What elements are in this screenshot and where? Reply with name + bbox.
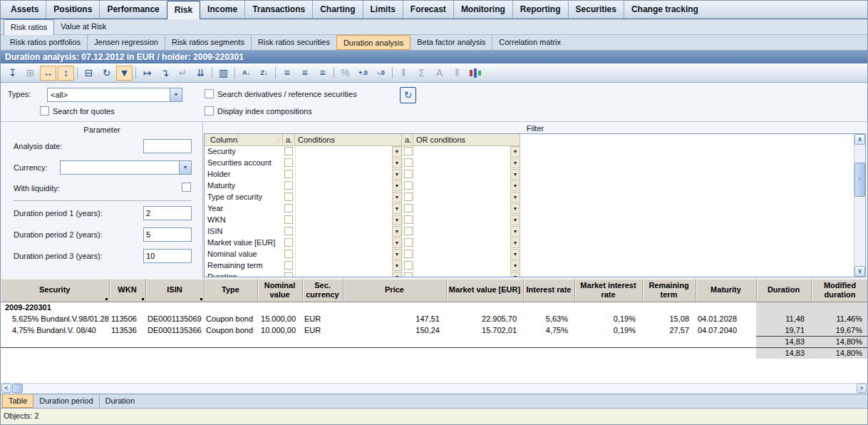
tab-change-tracking[interactable]: Change tracking [624,1,706,19]
analysis-date-input[interactable] [143,139,192,153]
and-checkbox[interactable] [284,215,293,224]
chevron-down-icon[interactable]: ▼ [510,260,520,271]
col-header-maturity[interactable]: Maturity [696,279,756,302]
tab-risk-ratios[interactable]: Risk ratios [4,19,54,35]
or-checkbox[interactable] [404,170,413,178]
col-header-duration[interactable]: Duration [756,279,811,302]
chevron-down-icon[interactable]: ▼ [510,169,520,180]
or-condition-cell[interactable]: ▼ [413,192,520,203]
condition-cell[interactable]: ▼ [295,272,402,277]
tab-monitoring[interactable]: Monitoring [453,1,512,19]
or-condition-cell[interactable]: ▼ [413,237,520,248]
chevron-down-icon[interactable]: ▼ [392,226,402,237]
drill-chart-icon[interactable]: ⇊ [192,66,209,81]
table-row[interactable]: 4,75% Bundanl.V. 08/40 113536 DE00011353… [1,324,867,336]
or-checkbox[interactable] [404,261,413,270]
and-checkbox[interactable] [284,227,293,235]
condition-cell[interactable]: ▼ [295,158,402,168]
chevron-down-icon[interactable]: ▼ [510,237,520,248]
condition-cell[interactable]: ▼ [295,169,402,180]
tab-risk-ratios-portfolios[interactable]: Risk ratios portfolios [4,35,87,50]
tab-duration-analysis[interactable]: Duration analysis [336,35,410,50]
chevron-down-icon[interactable]: ▼ [170,88,182,101]
or-condition-cell[interactable]: ▼ [413,226,520,237]
chevron-down-icon[interactable]: ▼ [510,203,520,214]
filter-header-column[interactable]: Column△ [205,134,283,145]
align-right-icon[interactable]: ≡ [314,66,331,81]
and-checkbox[interactable] [284,238,293,247]
chevron-down-icon[interactable]: ▼ [392,192,402,203]
duration-period3-input[interactable] [143,249,192,263]
align-left-icon[interactable]: ≡ [279,66,295,81]
currency-select[interactable]: ▼ [60,160,192,175]
or-condition-cell[interactable]: ▼ [413,215,520,225]
and-checkbox[interactable] [284,204,293,212]
column-mark-icon[interactable]: ▥ [215,66,232,81]
chevron-down-icon[interactable]: ▼ [510,158,520,168]
tab-income[interactable]: Income [200,1,244,19]
search-derivatives-checkbox[interactable] [205,89,214,98]
or-checkbox[interactable] [404,158,413,167]
scroll-up-icon[interactable]: ∧ [854,134,865,145]
col-header-modified-duration[interactable]: Modified duration [811,279,867,302]
col-header-nominal-value[interactable]: Nominal value [257,279,302,302]
or-checkbox[interactable] [404,215,413,224]
chevron-down-icon[interactable]: ▼ [392,169,402,180]
or-checkbox[interactable] [404,250,413,258]
resize-panel-icon[interactable]: ⊟ [81,66,97,81]
and-checkbox[interactable] [284,250,293,258]
col-header-interest-rate[interactable]: Interest rate [523,279,574,302]
col-header-isin[interactable]: ISIN [145,279,204,302]
scroll-right-icon[interactable]: > [857,384,867,393]
tab-positions[interactable]: Positions [46,1,99,19]
tab-limits[interactable]: Limits [363,1,403,19]
chevron-down-icon[interactable]: ▼ [392,249,402,260]
sort-asc-icon[interactable]: A↓ [238,66,254,81]
tab-duration-period-view[interactable]: Duration period [33,394,98,408]
remove-decimal-icon[interactable]: -.0 [373,66,389,81]
condition-cell[interactable]: ▼ [295,192,402,203]
chevron-down-icon[interactable]: ▼ [510,146,520,157]
col-header-market-value[interactable]: Market value [EUR] [446,279,523,302]
chevron-down-icon[interactable]: ▼ [392,158,402,168]
types-select[interactable]: <all> ▼ [47,88,182,102]
tab-correlation-matrix[interactable]: Correlation matrix [492,35,567,50]
filter-icon[interactable]: ▼ [116,66,133,81]
col-header-wkn[interactable]: WKN [109,279,145,302]
and-checkbox[interactable] [284,181,293,190]
condition-cell[interactable]: ▼ [295,146,402,157]
tab-beta-factor-analysis[interactable]: Beta factor analysis [410,35,492,50]
condition-cell[interactable]: ▼ [295,237,402,248]
chevron-down-icon[interactable]: ▼ [392,203,402,214]
tab-assets[interactable]: Assets [4,1,46,19]
or-condition-cell[interactable]: ▼ [413,180,520,191]
tab-risk-ratios-securities[interactable]: Risk ratios securities [251,35,336,50]
and-checkbox[interactable] [284,272,293,277]
chevron-down-icon[interactable]: ▼ [392,272,402,277]
or-condition-cell[interactable]: ▼ [413,249,520,260]
sum-icon[interactable]: Σ [413,66,430,81]
font-icon[interactable]: A [431,66,448,81]
drill-back-icon[interactable]: ↵ [175,66,191,81]
or-checkbox[interactable] [404,147,413,155]
chevron-down-icon[interactable]: ▼ [510,249,520,260]
with-liquidity-checkbox[interactable] [182,183,191,192]
align-center-icon[interactable]: ≡ [296,66,313,81]
or-condition-cell[interactable]: ▼ [413,146,520,157]
scroll-down-icon[interactable]: ∨ [854,266,865,277]
copy-icon[interactable]: ⊞ [22,66,38,81]
search-for-quotes-checkbox[interactable] [40,106,49,116]
chevron-down-icon[interactable]: ▼ [179,161,191,174]
and-checkbox[interactable] [284,261,293,270]
condition-cell[interactable]: ▼ [295,260,402,271]
condition-cell[interactable]: ▼ [295,203,402,214]
sort-desc-icon[interactable]: Z↓ [256,66,272,81]
tab-table-view[interactable]: Table [2,394,33,408]
or-condition-cell[interactable]: ▼ [413,203,520,214]
and-checkbox[interactable] [284,170,293,178]
chevron-down-icon[interactable]: ▼ [392,215,402,225]
tab-jensen-regression[interactable]: Jensen regression [87,35,165,50]
scroll-left-icon[interactable]: < [1,384,11,393]
and-checkbox[interactable] [284,147,293,155]
or-condition-cell[interactable]: ▼ [413,260,520,271]
